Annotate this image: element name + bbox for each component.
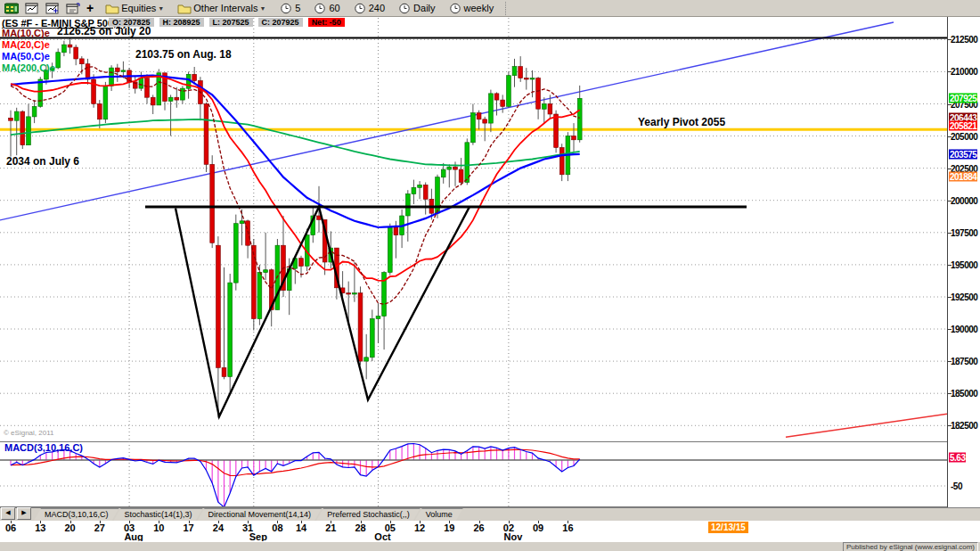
clock-icon xyxy=(313,3,327,14)
price-tick-label: 187500 xyxy=(951,357,977,366)
macd-chart[interactable] xyxy=(0,441,947,507)
study-tab-2[interactable]: Directional Movement(14,14) xyxy=(198,508,323,521)
folder-icon xyxy=(177,3,192,14)
macd-histogram xyxy=(11,444,580,507)
macd-value-badge: 5.63 xyxy=(949,453,966,463)
other-intervals-folder-button[interactable]: Other Intervals ▼ xyxy=(176,2,267,15)
price-tick-label: 200000 xyxy=(951,195,977,205)
interval-button-Daily[interactable]: Daily xyxy=(396,2,437,15)
price-chart[interactable] xyxy=(0,18,947,441)
publish-date-badge: 12/13/15 xyxy=(708,522,748,533)
price-tick-label: 212500 xyxy=(951,35,977,45)
price-tick-label: 197500 xyxy=(951,227,977,237)
annotation-yearly-pivot: Yearly Pivot 2055 xyxy=(638,116,725,128)
clock-icon xyxy=(397,3,412,14)
copyright-label: © eSignal, 2011 xyxy=(4,429,53,437)
price-badge: 205821 xyxy=(949,120,977,130)
copy-chart-button[interactable] xyxy=(44,2,61,15)
week-label: 16 xyxy=(557,522,578,533)
toolbar: + Equities ▼ Other Intervals ▼ 5 60 240 … xyxy=(0,0,980,17)
published-by-label: Published by eSignal (www.esignal.com) xyxy=(843,542,978,551)
annotation-low-jul6: 2034 on July 6 xyxy=(6,155,79,168)
ma200-line xyxy=(11,119,580,166)
other-intervals-folder-label: Other Intervals xyxy=(193,3,257,13)
status-bar: Published by eSignal (www.esignal.com) xyxy=(0,541,980,551)
tab-scroll-left-button[interactable]: ◀ xyxy=(1,507,15,520)
date-axis[interactable]: 0613202703101724310814212805121926020916… xyxy=(0,521,980,541)
annotation-high-aug18: 2103.75 on Aug. 18 xyxy=(135,48,232,61)
price-tick-label: 190000 xyxy=(951,325,977,334)
quote-board-icon xyxy=(4,3,19,14)
uptrend-line xyxy=(0,22,894,220)
week-label: 12 xyxy=(409,522,430,533)
study-tab-0[interactable]: MACD(3,10,16,C) xyxy=(34,508,119,521)
lower-support-line xyxy=(786,414,947,437)
clock-icon xyxy=(353,3,367,14)
tab-items: MACD(3,10,16,C)Stochastic(14(1),3)Direct… xyxy=(39,508,463,521)
quote-board-button[interactable] xyxy=(3,2,20,15)
macd-axis-label: -50 xyxy=(951,481,962,491)
week-label: 14 xyxy=(290,522,312,533)
price-badge: 201884 xyxy=(949,171,977,181)
chart-properties-button[interactable] xyxy=(64,2,82,15)
ma-legend-item: MA(10,C)e xyxy=(2,28,50,38)
price-badge: 207925 xyxy=(949,94,977,103)
study-tab-3[interactable]: Preferred Stochastic(,,) xyxy=(316,508,421,521)
interval-button-weekly[interactable]: weekly xyxy=(446,2,496,15)
equities-folder-label: Equities xyxy=(121,3,156,13)
interval-buttons: 5 60 240 Daily weekly xyxy=(277,2,495,15)
copy-chart-icon xyxy=(45,3,60,14)
study-tab-4[interactable]: Volume xyxy=(415,508,463,521)
interval-label: 60 xyxy=(329,3,339,13)
macd-line xyxy=(11,444,580,507)
chevron-down-icon: ▼ xyxy=(158,5,164,12)
ma20-line xyxy=(11,77,580,281)
week-label: 13 xyxy=(29,522,51,533)
price-tick-label: 205000 xyxy=(951,131,977,141)
ma-legend-item: MA(50,C)e xyxy=(2,51,50,62)
new-chart-icon xyxy=(25,3,39,14)
folder-icon xyxy=(105,3,119,14)
price-axis[interactable]: 2125002100002075002050002025002000001975… xyxy=(947,17,980,507)
study-tab-row: ◀ ▶ MACD(3,10,16,C)Stochastic(14(1),3)Di… xyxy=(0,507,980,521)
add-button[interactable]: + xyxy=(85,2,95,15)
new-chart-button[interactable] xyxy=(23,2,41,15)
interval-label: weekly xyxy=(464,3,494,13)
interval-label: 5 xyxy=(295,3,300,13)
interval-button-60[interactable]: 60 xyxy=(311,2,341,15)
annotation-high-jul20: 2126.25 on July 20 xyxy=(57,25,151,37)
price-tick-label: 210000 xyxy=(951,67,977,77)
week-label: 09 xyxy=(527,522,549,533)
tab-scroll-right-button[interactable]: ▶ xyxy=(17,507,31,520)
interval-button-5[interactable]: 5 xyxy=(277,2,302,15)
price-tick-label: 185000 xyxy=(951,389,977,399)
ma-legend-item: MA(200,C)e xyxy=(2,62,55,73)
study-tab-1[interactable]: Stochastic(14(1),3) xyxy=(114,508,203,521)
macd-study-label: MACD(3,10,16,C) xyxy=(4,442,83,453)
week-label: 28 xyxy=(350,522,372,533)
chart-properties-icon xyxy=(66,3,80,14)
week-label: 10 xyxy=(148,522,169,533)
chevron-down-icon: ▼ xyxy=(259,5,265,12)
interval-button-240[interactable]: 240 xyxy=(351,2,387,15)
week-label: 21 xyxy=(320,522,341,533)
week-label: 20 xyxy=(60,522,81,533)
week-label: 27 xyxy=(89,522,110,533)
price-tick-label: 195000 xyxy=(951,259,977,269)
price-tick-label: 192500 xyxy=(951,292,977,302)
week-label: 24 xyxy=(208,522,229,533)
esignal-chart-window: { "toolbar": { "buttons": ["quote-board-… xyxy=(0,0,980,551)
week-label: 17 xyxy=(178,522,200,533)
macd-signal-line xyxy=(11,449,580,475)
interval-label: Daily xyxy=(413,3,435,13)
interval-label: 240 xyxy=(369,3,385,13)
toolbar-separator xyxy=(505,2,506,15)
equities-folder-button[interactable]: Equities ▼ xyxy=(103,2,166,15)
price-badge: 203575 xyxy=(949,150,977,160)
ma-legend-item: MA(20,C)e xyxy=(2,39,50,50)
week-label: 26 xyxy=(469,522,490,533)
week-label: 06 xyxy=(0,522,21,533)
price-tick-label: 182500 xyxy=(951,421,977,431)
clock-icon xyxy=(279,3,293,14)
week-label: 19 xyxy=(438,522,460,533)
